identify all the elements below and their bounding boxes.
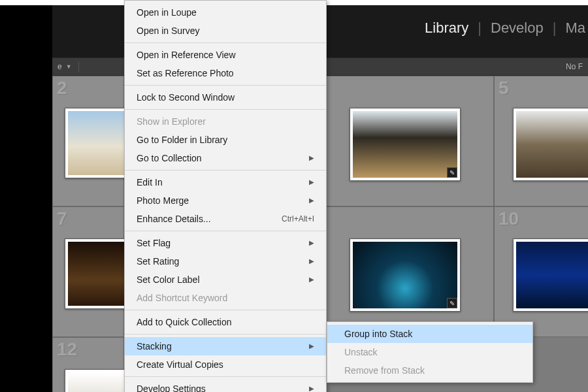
menu-item-label: Edit In bbox=[137, 176, 163, 189]
menu-item-label: Set as Reference Photo bbox=[137, 67, 234, 80]
menu-item-label: Open in Loupe bbox=[137, 6, 197, 19]
thumbnail-image bbox=[353, 111, 457, 178]
menu-item-create-virtual-copies[interactable]: Create Virtual Copies bbox=[125, 355, 326, 374]
menu-item-label: Set Rating bbox=[137, 255, 179, 268]
menu-item-go-to-folder-in-library[interactable]: Go to Folder in Library bbox=[125, 131, 326, 149]
menu-item-open-in-loupe[interactable]: Open in Loupe bbox=[125, 3, 326, 22]
grid-cell[interactable]: 5 ✎ bbox=[494, 76, 588, 206]
submenu-item-group-into-stack[interactable]: Group into Stack bbox=[327, 325, 532, 343]
menu-item-add-shortcut-keyword: Add Shortcut Keyword bbox=[125, 289, 326, 307]
module-tab-library[interactable]: Library bbox=[422, 20, 471, 37]
filter-left-fragment: e bbox=[57, 62, 62, 71]
menu-item-set-as-reference-photo[interactable]: Set as Reference Photo bbox=[125, 64, 326, 82]
menu-separator bbox=[125, 42, 326, 43]
menu-item-label: Photo Merge bbox=[137, 194, 189, 207]
submenu-arrow-icon: ▶ bbox=[309, 273, 314, 286]
menu-item-stacking[interactable]: Stacking▶ bbox=[125, 337, 326, 355]
menu-item-label: Go to Folder in Library bbox=[137, 133, 227, 146]
menu-item-label: Show in Explorer bbox=[137, 115, 206, 128]
module-tab-map-truncated[interactable]: Ma bbox=[563, 20, 588, 37]
grid-cell[interactable]: 10 bbox=[494, 206, 588, 337]
menu-item-enhance-details[interactable]: Enhance Details...Ctrl+Alt+I bbox=[125, 210, 326, 228]
cell-index: 2 bbox=[57, 78, 67, 99]
stacking-submenu: Group into StackUnstackRemove from Stack bbox=[327, 321, 533, 383]
module-tab-develop[interactable]: Develop bbox=[488, 20, 546, 37]
dropdown-triangle-icon[interactable]: ▼ bbox=[66, 63, 72, 70]
menu-item-label: Enhance Details... bbox=[137, 212, 211, 225]
toolbar-divider bbox=[78, 61, 79, 72]
menu-item-set-flag[interactable]: Set Flag▶ bbox=[125, 234, 326, 252]
tab-separator: | bbox=[546, 20, 563, 37]
menu-item-label: Stacking bbox=[137, 340, 172, 353]
thumbnail[interactable] bbox=[513, 238, 588, 312]
menu-item-label: Open in Survey bbox=[137, 24, 200, 37]
submenu-arrow-icon: ▶ bbox=[309, 194, 314, 207]
menu-item-edit-in[interactable]: Edit In▶ bbox=[125, 173, 326, 191]
has-develop-settings-icon: ✎ bbox=[447, 167, 457, 178]
menu-item-label: Develop Settings bbox=[137, 382, 206, 392]
grid-cell[interactable]: 12 bbox=[52, 337, 124, 392]
menu-item-add-to-quick-collection[interactable]: Add to Quick Collection bbox=[125, 313, 326, 331]
menu-item-label: Set Color Label bbox=[137, 273, 200, 286]
submenu-item-unstack: Unstack bbox=[327, 343, 532, 361]
menu-item-set-rating[interactable]: Set Rating▶ bbox=[125, 252, 326, 270]
submenu-arrow-icon: ▶ bbox=[309, 237, 314, 250]
menu-separator bbox=[125, 231, 326, 231]
thumbnail-image bbox=[516, 242, 588, 308]
menu-separator bbox=[125, 170, 326, 171]
menu-separator bbox=[125, 334, 326, 335]
submenu-item-remove-from-stack: Remove from Stack bbox=[327, 361, 532, 380]
menu-item-go-to-collection[interactable]: Go to Collection▶ bbox=[125, 149, 326, 167]
module-tabs: Library | Develop | Ma bbox=[422, 20, 588, 37]
grid-cell[interactable]: ✎ bbox=[318, 206, 494, 337]
menu-separator bbox=[125, 109, 326, 110]
thumbnail[interactable]: ✎ bbox=[350, 238, 461, 312]
grid-cell[interactable]: 2 bbox=[52, 76, 124, 206]
cell-index: 7 bbox=[57, 208, 67, 229]
menu-item-label: Add Shortcut Keyword bbox=[137, 291, 227, 304]
menu-item-set-color-label[interactable]: Set Color Label▶ bbox=[125, 270, 326, 289]
submenu-arrow-icon: ▶ bbox=[309, 340, 314, 353]
menu-item-lock-to-second-window[interactable]: Lock to Second Window bbox=[125, 88, 326, 106]
tab-separator: | bbox=[471, 20, 488, 37]
filter-right-fragment: No F bbox=[566, 62, 583, 71]
menu-item-open-in-reference-view[interactable]: Open in Reference View bbox=[125, 46, 326, 64]
menu-separator bbox=[125, 310, 326, 310]
thumbnail-image bbox=[353, 242, 457, 308]
grid-cell[interactable]: ✎ bbox=[318, 76, 494, 206]
menu-item-show-in-explorer: Show in Explorer bbox=[125, 112, 326, 131]
menu-item-shortcut: Ctrl+Alt+I bbox=[282, 212, 314, 225]
menu-item-label: Go to Collection bbox=[137, 152, 202, 165]
menu-item-label: Add to Quick Collection bbox=[137, 316, 232, 329]
menu-separator bbox=[125, 376, 326, 377]
has-develop-settings-icon: ✎ bbox=[447, 298, 457, 308]
menu-item-label: Lock to Second Window bbox=[137, 91, 235, 104]
menu-separator bbox=[125, 85, 326, 86]
submenu-arrow-icon: ▶ bbox=[309, 152, 314, 165]
submenu-arrow-icon: ▶ bbox=[309, 382, 314, 392]
menu-item-label: Set Flag bbox=[137, 237, 171, 250]
menu-item-photo-merge[interactable]: Photo Merge▶ bbox=[125, 191, 326, 210]
menu-item-develop-settings[interactable]: Develop Settings▶ bbox=[125, 380, 326, 392]
submenu-arrow-icon: ▶ bbox=[309, 255, 314, 268]
thumbnail[interactable]: ✎ bbox=[513, 108, 588, 181]
menu-item-open-in-survey[interactable]: Open in Survey bbox=[125, 22, 326, 40]
submenu-arrow-icon: ▶ bbox=[309, 176, 314, 189]
thumbnail[interactable]: ✎ bbox=[350, 108, 461, 181]
cell-index: 12 bbox=[57, 339, 77, 360]
cell-index: 5 bbox=[498, 78, 509, 99]
cell-index: 10 bbox=[498, 208, 519, 229]
context-menu: Open in LoupeOpen in SurveyOpen in Refer… bbox=[124, 0, 327, 392]
grid-cell[interactable]: 7 bbox=[52, 206, 124, 337]
menu-item-label: Create Virtual Copies bbox=[137, 358, 223, 371]
menu-item-label: Open in Reference View bbox=[137, 48, 236, 61]
thumbnail-image bbox=[516, 111, 588, 178]
